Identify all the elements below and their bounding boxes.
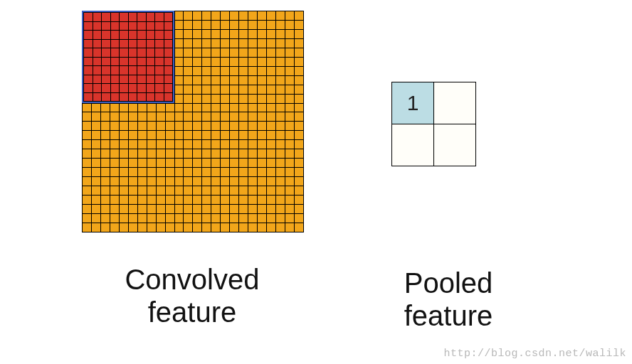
convolved-cell (211, 11, 221, 21)
pool-window-cell (93, 31, 102, 40)
pool-window-cell (146, 48, 155, 58)
convolved-cell (91, 112, 100, 122)
convolved-cell (193, 11, 202, 21)
pool-window-cell (102, 84, 111, 93)
pool-window-cell (128, 39, 137, 48)
convolved-cell (147, 213, 156, 223)
convolved-cell (156, 213, 165, 223)
convolved-cell (258, 57, 267, 66)
pool-window-cell (137, 21, 147, 31)
convolved-cell (110, 213, 119, 223)
convolved-cell (230, 186, 239, 196)
convolved-cell (128, 131, 137, 140)
convolved-cell (165, 131, 174, 140)
convolved-cell (137, 131, 147, 140)
convolved-cell (276, 205, 285, 214)
convolved-cell (110, 149, 119, 159)
convolved-cell (184, 57, 193, 66)
convolved-cell (128, 103, 137, 112)
convolved-cell (184, 213, 193, 223)
convolved-cell (165, 140, 174, 149)
convolved-cell (285, 140, 294, 149)
convolved-cell (285, 149, 294, 159)
convolved-cell (276, 177, 285, 186)
pool-window-cell (102, 39, 111, 48)
convolved-cell (239, 177, 248, 186)
pool-window-cell (110, 13, 120, 22)
convolved-cell (239, 20, 248, 29)
convolved-cell (202, 168, 211, 177)
convolved-cell (100, 205, 110, 214)
convolved-cell (174, 149, 184, 159)
convolved-cell (230, 66, 239, 75)
convolved-cell (211, 140, 221, 149)
convolved-cell (230, 112, 239, 122)
convolved-cell (285, 75, 294, 85)
pool-window-cell (84, 31, 93, 40)
convolved-cell (258, 94, 267, 103)
convolved-cell (137, 205, 147, 214)
convolved-cell (110, 168, 119, 177)
convolved-cell (91, 103, 100, 112)
convolved-cell (248, 213, 258, 223)
convolved-cell (258, 205, 267, 214)
convolved-cell (193, 177, 202, 186)
convolved-cell (258, 140, 267, 149)
convolved-cell (294, 20, 303, 29)
convolved-cell (137, 186, 147, 196)
convolved-cell (248, 168, 258, 177)
pool-window-cell (128, 21, 137, 31)
pooled-feature: 1 (391, 82, 476, 166)
convolved-cell (184, 66, 193, 75)
convolved-cell (202, 48, 211, 57)
convolved-cell (239, 196, 248, 205)
convolved-cell (174, 213, 184, 223)
pool-window-cell (84, 66, 93, 75)
convolved-cell (184, 223, 193, 232)
pool-window-cell (128, 84, 137, 93)
convolved-cell (83, 205, 92, 214)
convolved-cell (174, 140, 184, 149)
pooled-label: Pooled feature (370, 267, 527, 332)
convolved-cell (221, 112, 230, 122)
convolved-cell (267, 57, 276, 66)
convolved-cell (248, 85, 258, 94)
convolved-cell (294, 75, 303, 85)
convolved-cell (221, 140, 230, 149)
convolved-cell (258, 131, 267, 140)
convolved-cell (83, 140, 92, 149)
pooled-cell (434, 82, 476, 124)
convolved-cell (119, 122, 128, 131)
pool-window-cell (164, 66, 173, 75)
convolved-cell (211, 57, 221, 66)
convolved-cell (174, 85, 184, 94)
convolved-cell (294, 186, 303, 196)
convolved-cell (147, 177, 156, 186)
convolved-cell (174, 159, 184, 168)
convolved-cell (193, 140, 202, 149)
convolved-cell (285, 57, 294, 66)
convolved-cell (128, 177, 137, 186)
convolved-cell (285, 186, 294, 196)
convolved-cell (156, 196, 165, 205)
convolved-cell (91, 186, 100, 196)
convolved-cell (184, 177, 193, 186)
convolved-cell (193, 122, 202, 131)
convolved-cell (248, 38, 258, 48)
convolved-cell (258, 48, 267, 57)
convolved-cell (294, 149, 303, 159)
convolved-cell (83, 186, 92, 196)
convolved-cell (202, 103, 211, 112)
pool-window-cell (155, 31, 164, 40)
convolved-cell (110, 205, 119, 214)
convolved-cell (267, 186, 276, 196)
convolved-cell (211, 223, 221, 232)
convolved-cell (276, 122, 285, 131)
convolved-cell (258, 213, 267, 223)
convolved-cell (137, 213, 147, 223)
convolved-cell (100, 122, 110, 131)
convolved-cell (267, 223, 276, 232)
convolved-cell (165, 112, 174, 122)
convolved-label-line1: Convolved (125, 264, 259, 295)
convolved-cell (294, 48, 303, 57)
